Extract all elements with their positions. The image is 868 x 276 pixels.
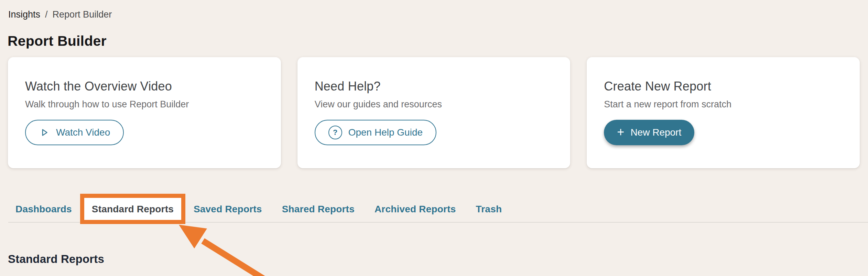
play-icon xyxy=(39,127,50,138)
card-actions: + New Report xyxy=(604,120,694,145)
breadcrumb-separator: / xyxy=(45,9,48,20)
card-create-new-report: Create New Report Start a new report fro… xyxy=(587,57,860,168)
new-report-button[interactable]: + New Report xyxy=(604,120,694,145)
card-subtitle: View our guides and resources xyxy=(315,99,553,110)
page-title: Report Builder xyxy=(8,33,107,49)
new-report-label: New Report xyxy=(630,127,681,138)
card-actions: ? Open Help Guide xyxy=(315,120,436,145)
open-help-guide-button[interactable]: ? Open Help Guide xyxy=(315,120,436,145)
card-title: Watch the Overview Video xyxy=(25,79,264,94)
tab-bar: Dashboards Standard Reports Saved Report… xyxy=(15,204,502,215)
tab-saved-reports[interactable]: Saved Reports xyxy=(194,204,262,215)
cards-row: Watch the Overview Video Walk through ho… xyxy=(8,57,860,168)
card-watch-overview-video: Watch the Overview Video Walk through ho… xyxy=(8,57,281,168)
tab-archived-reports[interactable]: Archived Reports xyxy=(375,204,456,215)
tab-trash[interactable]: Trash xyxy=(476,204,502,215)
tab-shared-reports[interactable]: Shared Reports xyxy=(282,204,355,215)
report-builder-page: Insights / Report Builder Report Builder… xyxy=(0,0,868,276)
card-need-help: Need Help? View our guides and resources… xyxy=(297,57,571,168)
section-heading-standard-reports: Standard Reports xyxy=(8,253,104,266)
breadcrumb-insights[interactable]: Insights xyxy=(8,9,40,20)
breadcrumb: Insights / Report Builder xyxy=(8,9,112,20)
card-actions: Watch Video xyxy=(25,120,124,145)
breadcrumb-report-builder: Report Builder xyxy=(53,9,112,20)
card-subtitle: Walk through how to use Report Builder xyxy=(25,99,264,110)
tab-standard-reports-label: Standard Reports xyxy=(92,204,174,214)
help-circle-icon: ? xyxy=(328,126,342,139)
tab-standard-reports[interactable]: Standard Reports xyxy=(92,204,174,215)
open-help-guide-label: Open Help Guide xyxy=(348,127,423,138)
tab-dashboards[interactable]: Dashboards xyxy=(15,204,72,215)
plus-icon: + xyxy=(617,126,624,138)
card-title: Create New Report xyxy=(604,79,843,94)
watch-video-label: Watch Video xyxy=(56,127,110,138)
watch-video-button[interactable]: Watch Video xyxy=(25,120,124,145)
card-title: Need Help? xyxy=(315,79,553,94)
card-subtitle: Start a new report from scratch xyxy=(604,99,843,110)
